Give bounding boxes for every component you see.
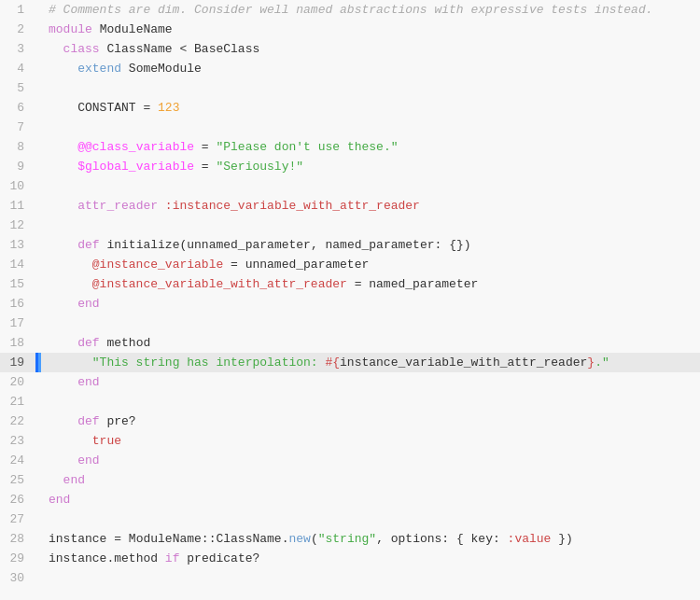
line-num-1: 1 — [0, 0, 35, 20]
line-content-17 — [41, 314, 700, 333]
line-num-2: 2 — [0, 20, 35, 39]
line-content-20: end — [41, 372, 700, 392]
line-9: 9 $global_variable = "Seriously!" — [0, 157, 700, 176]
line-content-2: module ModuleName — [41, 20, 700, 39]
line-content-1: # Comments are dim. Consider well named … — [41, 0, 700, 20]
line-num-10: 10 — [0, 176, 35, 196]
line-num-6: 6 — [0, 98, 35, 118]
line-num-14: 14 — [0, 255, 35, 274]
line-27: 27 — [0, 509, 700, 529]
line-content-6: CONSTANT = 123 — [41, 98, 700, 118]
line-18: 18 def method — [0, 333, 700, 353]
line-num-21: 21 — [0, 392, 35, 412]
line-num-4: 4 — [0, 59, 35, 78]
line-content-18: def method — [41, 333, 700, 353]
line-12: 12 — [0, 216, 700, 235]
line-num-7: 7 — [0, 118, 35, 137]
line-17: 17 — [0, 314, 700, 333]
line-content-16: end — [41, 294, 700, 314]
line-num-28: 28 — [0, 529, 35, 549]
line-content-15: @instance_variable_with_attr_reader = na… — [41, 274, 700, 294]
line-num-3: 3 — [0, 39, 35, 59]
line-num-25: 25 — [0, 470, 35, 490]
line-14: 14 @instance_variable = unnamed_paramete… — [0, 255, 700, 274]
line-content-21 — [41, 392, 700, 412]
line-23: 23 true — [0, 431, 700, 451]
line-content-8: @@class_variable = "Please don't use the… — [41, 137, 700, 157]
line-content-12 — [41, 216, 700, 235]
line-num-16: 16 — [0, 294, 35, 314]
line-2: 2 module ModuleName — [0, 20, 700, 39]
line-num-19: 19 — [0, 353, 35, 372]
line-25: 25 end — [0, 470, 700, 490]
line-num-24: 24 — [0, 451, 35, 470]
line-num-8: 8 — [0, 137, 35, 157]
line-content-3: class ClassName < BaseClass — [41, 39, 700, 59]
line-24: 24 end — [0, 451, 700, 470]
line-num-12: 12 — [0, 216, 35, 235]
line-num-13: 13 — [0, 235, 35, 255]
line-content-26: end — [41, 490, 700, 509]
line-num-9: 9 — [0, 157, 35, 176]
line-19: 19 "This string has interpolation: #{ins… — [0, 353, 700, 372]
line-26: 26 end — [0, 490, 700, 509]
line-content-14: @instance_variable = unnamed_parameter — [41, 255, 700, 274]
line-content-28: instance = ModuleName::ClassName.new("st… — [41, 529, 700, 549]
line-content-19: "This string has interpolation: #{instan… — [41, 353, 700, 372]
line-13: 13 def initialize(unnamed_parameter, nam… — [0, 235, 700, 255]
line-num-15: 15 — [0, 274, 35, 294]
line-28: 28 instance = ModuleName::ClassName.new(… — [0, 529, 700, 549]
line-content-22: def pre? — [41, 412, 700, 431]
line-content-10 — [41, 176, 700, 196]
line-num-5: 5 — [0, 78, 35, 98]
line-content-7 — [41, 118, 700, 137]
line-content-25: end — [41, 470, 700, 490]
line-content-30 — [41, 568, 700, 588]
line-3: 3 class ClassName < BaseClass — [0, 39, 700, 59]
line-num-22: 22 — [0, 412, 35, 431]
line-21: 21 — [0, 392, 700, 412]
line-content-5 — [41, 78, 700, 98]
line-30: 30 — [0, 568, 700, 588]
line-num-30: 30 — [0, 568, 35, 588]
line-content-9: $global_variable = "Seriously!" — [41, 157, 700, 176]
line-15: 15 @instance_variable_with_attr_reader =… — [0, 274, 700, 294]
line-content-13: def initialize(unnamed_parameter, named_… — [41, 235, 700, 255]
line-16: 16 end — [0, 294, 700, 314]
code-editor: 1 # Comments are dim. Consider well name… — [0, 0, 700, 600]
line-num-29: 29 — [0, 549, 35, 568]
line-num-17: 17 — [0, 314, 35, 333]
line-num-23: 23 — [0, 431, 35, 451]
line-6: 6 CONSTANT = 123 — [0, 98, 700, 118]
line-7: 7 — [0, 118, 700, 137]
line-num-26: 26 — [0, 490, 35, 509]
line-5: 5 — [0, 78, 700, 98]
line-content-27 — [41, 509, 700, 529]
line-10: 10 — [0, 176, 700, 196]
line-29: 29 instance.method if predicate? — [0, 549, 700, 568]
line-4: 4 extend SomeModule — [0, 59, 700, 78]
line-content-23: true — [41, 431, 700, 451]
line-num-20: 20 — [0, 372, 35, 392]
line-1: 1 # Comments are dim. Consider well name… — [0, 0, 700, 20]
line-num-11: 11 — [0, 196, 35, 216]
line-content-11: attr_reader :instance_variable_with_attr… — [41, 196, 700, 216]
line-22: 22 def pre? — [0, 412, 700, 431]
line-content-29: instance.method if predicate? — [41, 549, 700, 568]
line-content-24: end — [41, 451, 700, 470]
line-num-18: 18 — [0, 333, 35, 353]
line-content-4: extend SomeModule — [41, 59, 700, 78]
line-11: 11 attr_reader :instance_variable_with_a… — [0, 196, 700, 216]
line-20: 20 end — [0, 372, 700, 392]
line-8: 8 @@class_variable = "Please don't use t… — [0, 137, 700, 157]
line-num-27: 27 — [0, 509, 35, 529]
